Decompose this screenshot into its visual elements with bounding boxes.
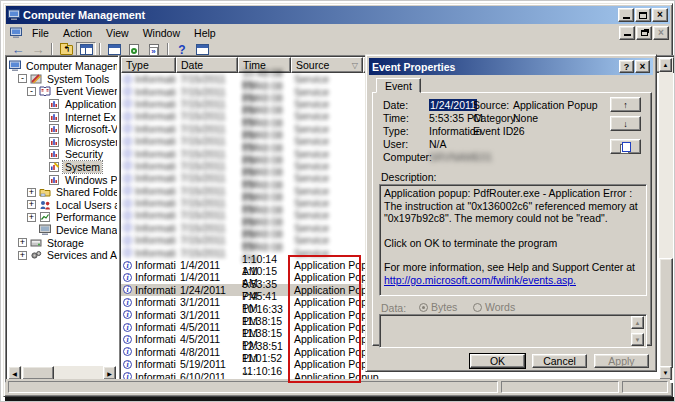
- tree-expander[interactable]: +: [18, 238, 27, 247]
- tree-item[interactable]: Application: [7, 98, 117, 111]
- tree-item[interactable]: + Services and Applic: [7, 249, 117, 262]
- column-header-date[interactable]: Date: [176, 57, 238, 73]
- next-event-button[interactable]: ↓: [610, 116, 641, 131]
- event-type-cell: iInformation: [121, 209, 176, 221]
- event-date-cell: 7/15/2011: [176, 209, 238, 221]
- event-source-cell: Service: [291, 110, 363, 122]
- tree-item[interactable]: + Performance Lo: [7, 211, 117, 224]
- event-rows: iInformation 7/15/2011 10:48:08 PM Servi…: [121, 73, 363, 381]
- tree-item[interactable]: + Local Users and: [7, 199, 117, 212]
- tree-item[interactable]: Internet Ex: [7, 110, 117, 123]
- tree-expander[interactable]: -: [18, 74, 27, 83]
- scroll-up-icon[interactable]: ▲: [659, 58, 672, 72]
- mdi-restore-button[interactable]: [636, 26, 652, 40]
- tree-expander[interactable]: +: [27, 213, 36, 222]
- minimize-button[interactable]: [618, 8, 634, 22]
- scroll-right-icon[interactable]: ▶: [103, 366, 116, 380]
- tree-item[interactable]: - Event Viewer: [7, 85, 117, 98]
- scrollbar-thumb[interactable]: [22, 366, 54, 380]
- tree-item-label: Security: [63, 148, 105, 160]
- event-id-value: 26: [513, 125, 525, 137]
- date-value[interactable]: 1/24/2011: [429, 99, 477, 111]
- scroll-down-icon[interactable]: ▼: [631, 333, 644, 346]
- tree-expander[interactable]: +: [27, 188, 36, 197]
- tree-expander[interactable]: +: [18, 251, 27, 260]
- copy-button[interactable]: [610, 139, 641, 154]
- data-label: Data:: [381, 302, 406, 314]
- event-type-cell: iInformation: [121, 160, 176, 172]
- close-button[interactable]: ×: [652, 8, 668, 22]
- menu-help[interactable]: Help: [187, 25, 223, 41]
- event-type-cell: iInformation: [121, 284, 176, 296]
- list-vertical-scrollbar[interactable]: ▲ ▼: [659, 58, 673, 380]
- scroll-left-icon[interactable]: ◀: [8, 366, 21, 380]
- mdi-close-button[interactable]: ×: [653, 26, 669, 40]
- scroll-down-icon[interactable]: ▼: [659, 366, 672, 380]
- menu-action[interactable]: Action: [56, 25, 99, 41]
- event-viewer-icon: [39, 85, 51, 97]
- information-icon: i: [123, 323, 132, 332]
- description-paragraph: For more information, see Help and Suppo…: [384, 261, 642, 274]
- data-bytes-radio[interactable]: Bytes: [419, 301, 457, 313]
- event-date-cell: 7/15/2011: [176, 110, 238, 122]
- dialog-title-bar[interactable]: Event Properties ? ×: [369, 58, 653, 75]
- description-box[interactable]: Application popup: PdfRouter.exe - Appli…: [379, 184, 647, 296]
- event-tab-page: Date: 1/24/2011 Source: Application Popu…: [372, 92, 652, 346]
- cancel-button[interactable]: Cancel: [532, 354, 587, 368]
- menu-view[interactable]: View: [99, 25, 136, 41]
- event-row[interactable]: iInformation 7/15/2011 10:48:08 PM Servi…: [121, 246, 363, 258]
- title-bar[interactable]: Computer Management ×: [6, 6, 670, 24]
- event-source-cell: Service: [291, 160, 363, 172]
- screenshot-frame: Computer Management × File Action View W…: [0, 0, 675, 402]
- event-source-cell: Application Popup: [291, 346, 363, 358]
- tree-item[interactable]: Computer Management: [7, 60, 117, 73]
- data-words-radio[interactable]: Words: [473, 301, 515, 313]
- tree-item[interactable]: Windows P: [7, 173, 117, 186]
- previous-event-button[interactable]: ↑: [610, 97, 641, 112]
- tree-item[interactable]: Microsoft-V: [7, 123, 117, 136]
- column-header-type[interactable]: Type: [121, 57, 176, 73]
- information-icon: i: [123, 285, 132, 294]
- event-type-cell: iInformation: [121, 86, 176, 98]
- event-source-cell: Application Popup: [291, 321, 363, 333]
- tree-item[interactable]: Security: [7, 148, 117, 161]
- events-help-link[interactable]: http://go.microsoft.com/fwlink/events.as…: [384, 274, 576, 286]
- scrollbar-thumb[interactable]: [659, 258, 673, 368]
- scroll-up-icon[interactable]: ▲: [631, 316, 644, 329]
- tree-item[interactable]: System: [7, 161, 117, 174]
- tree-item[interactable]: Microsyster: [7, 136, 117, 149]
- information-icon: i: [123, 199, 132, 208]
- date-label: Date:: [383, 99, 408, 111]
- tree-item-label: Services and Applic: [45, 249, 117, 261]
- data-box[interactable]: ▲ ▼: [379, 314, 647, 348]
- mdi-minimize-button[interactable]: [619, 26, 635, 40]
- dialog-close-button[interactable]: ×: [635, 60, 650, 73]
- tree-item[interactable]: + Shared Folders: [7, 186, 117, 199]
- tree-horizontal-scrollbar[interactable]: ◀ ▶: [8, 366, 116, 380]
- menu-window[interactable]: Window: [136, 25, 187, 41]
- tree-item[interactable]: + Storage: [7, 236, 117, 249]
- tree-expander[interactable]: -: [27, 87, 36, 96]
- event-source-cell: Service: [291, 98, 363, 110]
- tree-item[interactable]: - System Tools: [7, 73, 117, 86]
- event-type-cell: iInformation: [121, 346, 176, 358]
- copy-icon: [622, 142, 631, 152]
- event-type-cell: iInformation: [121, 197, 176, 209]
- tree-item[interactable]: Device Manage: [7, 224, 117, 237]
- event-date-cell: 7/15/2011: [176, 148, 238, 160]
- maximize-button[interactable]: [635, 8, 651, 22]
- information-icon: i: [123, 211, 132, 220]
- tree-item-label: Storage: [45, 237, 86, 249]
- data-scrollbar[interactable]: ▲ ▼: [631, 316, 645, 346]
- storage-icon: [30, 237, 42, 249]
- ok-button[interactable]: OK: [470, 354, 525, 368]
- computer-icon: [8, 9, 20, 21]
- dialog-help-button[interactable]: ?: [619, 60, 634, 73]
- event-source-cell: Service: [291, 209, 363, 221]
- tab-event[interactable]: Event: [376, 78, 421, 93]
- apply-button[interactable]: Apply: [594, 354, 649, 368]
- column-header-source[interactable]: Source▽: [291, 57, 363, 73]
- computer-value-redacted: SRVNAME01: [429, 151, 492, 163]
- menu-file[interactable]: File: [25, 25, 56, 41]
- tree-expander[interactable]: +: [27, 200, 36, 209]
